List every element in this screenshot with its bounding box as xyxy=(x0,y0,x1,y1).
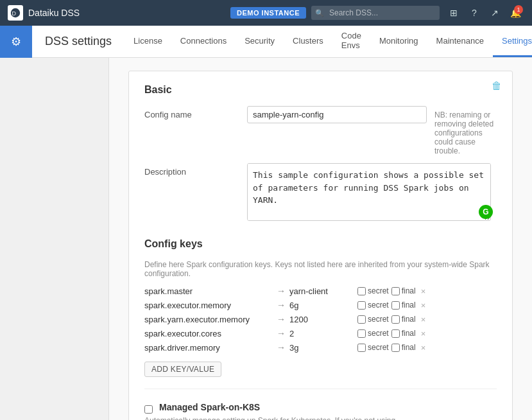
basic-section-title: Basic xyxy=(144,84,497,96)
key-checks-3: secret final × xyxy=(357,329,497,338)
sidebar xyxy=(0,58,109,420)
notifications-wrap: 🔔 1 xyxy=(506,4,524,22)
managed-spark-title: Managed Spark-on-K8S xyxy=(159,402,260,412)
app-name: Dataiku DSS xyxy=(28,8,80,18)
remove-row-4[interactable]: × xyxy=(421,343,426,353)
managed-spark-checkbox[interactable] xyxy=(144,405,153,414)
config-name-hint: NB: renaming or removing deleted configu… xyxy=(434,106,497,155)
secondbar: ⚙ DSS settings License Connections Secur… xyxy=(0,26,532,58)
page-title: DSS settings xyxy=(32,35,124,48)
app-logo: D Dataiku DSS xyxy=(8,5,225,21)
key-name-2: spark.yarn.executor.memory xyxy=(144,315,273,324)
nav-item-settings[interactable]: Settings xyxy=(493,26,532,57)
secret-label: secret xyxy=(368,301,389,310)
arrow-icon: → xyxy=(277,300,286,310)
nav-item-clusters[interactable]: Clusters xyxy=(284,26,332,57)
config-name-row: Config name NB: renaming or removing del… xyxy=(144,106,497,155)
final-checkbox-1[interactable] xyxy=(391,301,400,310)
demo-badge: DEMO INSTANCE xyxy=(230,7,306,19)
final-label: final xyxy=(402,315,416,324)
arrow-icon: → xyxy=(277,342,286,353)
config-name-control xyxy=(247,106,427,123)
remove-row-3[interactable]: × xyxy=(421,329,426,338)
topbar-icons: ⊞ ? ↗ 🔔 1 xyxy=(445,4,524,22)
add-key-value-button[interactable]: ADD KEY/VALUE xyxy=(144,362,221,377)
final-checkbox-2[interactable] xyxy=(391,315,400,324)
config-keys-hint: Define here Spark configuration keys. Ke… xyxy=(144,260,497,278)
secret-label: secret xyxy=(368,329,389,338)
nav-item-monitoring[interactable]: Monitoring xyxy=(370,26,427,57)
secret-checkbox-2[interactable] xyxy=(357,315,366,324)
config-keys-title: Config keys xyxy=(144,238,497,250)
remove-row-0[interactable]: × xyxy=(421,286,426,296)
search-wrap xyxy=(311,6,440,20)
final-checkbox-0[interactable] xyxy=(391,287,400,295)
arrow-icon: → xyxy=(277,314,286,324)
delete-button[interactable]: 🗑 xyxy=(492,80,502,92)
nav-item-code-envs[interactable]: Code Envs xyxy=(332,26,370,57)
managed-spark-content: Managed Spark-on-K8S xyxy=(159,402,260,415)
description-row: Description This sample configuration sh… xyxy=(144,163,497,223)
config-keys-section: Config keys Define here Spark configurat… xyxy=(144,238,497,377)
key-name-3: spark.executor.cores xyxy=(144,329,273,338)
remove-row-2[interactable]: × xyxy=(421,315,426,324)
secret-checkbox-1[interactable] xyxy=(357,301,366,310)
logo-icon: D xyxy=(8,5,23,21)
key-name-4: spark.driver.memory xyxy=(144,343,273,353)
secret-check-2: secret xyxy=(357,315,389,324)
secret-checkbox-0[interactable] xyxy=(357,287,366,295)
final-check-2: final xyxy=(391,315,416,324)
nav-item-license[interactable]: License xyxy=(124,26,171,57)
notification-count: 1 xyxy=(514,5,523,14)
grammarly-icon: G xyxy=(479,205,493,219)
main-nav: License Connections Security Clusters Co… xyxy=(124,26,532,57)
description-textarea[interactable]: This sample configuration shows a possib… xyxy=(247,163,491,221)
description-control: This sample configuration shows a possib… xyxy=(247,163,497,223)
key-value-2: 1200 xyxy=(289,315,354,324)
nav-item-maintenance[interactable]: Maintenance xyxy=(427,26,493,57)
table-row: spark.driver.memory → 3g secret final × xyxy=(144,342,497,353)
table-row: spark.executor.memory → 6g secret final … xyxy=(144,300,497,310)
final-checkbox-4[interactable] xyxy=(391,344,400,352)
final-label: final xyxy=(402,329,416,338)
remove-row-1[interactable]: × xyxy=(421,301,426,310)
help-icon[interactable]: ? xyxy=(465,4,483,22)
key-checks-4: secret final × xyxy=(357,343,497,353)
settings-gear-icon: ⚙ xyxy=(0,26,32,58)
nav-item-security[interactable]: Security xyxy=(236,26,284,57)
table-row: spark.executor.cores → 2 secret final × xyxy=(144,328,497,338)
svg-text:D: D xyxy=(12,10,17,17)
final-check-0: final xyxy=(391,286,416,295)
secret-checkbox-4[interactable] xyxy=(357,344,366,352)
search-input[interactable] xyxy=(311,6,440,20)
secret-label: secret xyxy=(368,343,389,352)
final-check-4: final xyxy=(391,343,416,352)
divider-1 xyxy=(144,389,497,389)
final-checkbox-3[interactable] xyxy=(391,329,400,338)
config-name-label: Config name xyxy=(144,106,247,119)
nav-item-connections[interactable]: Connections xyxy=(171,26,236,57)
secret-label: secret xyxy=(368,286,389,295)
key-value-1: 6g xyxy=(289,301,354,310)
final-check-3: final xyxy=(391,329,416,338)
arrow-icon: → xyxy=(277,328,286,338)
secret-check-1: secret xyxy=(357,301,389,310)
final-label: final xyxy=(402,286,416,295)
page-layout: 🗑 Basic Config name NB: renaming or remo… xyxy=(0,58,532,420)
secret-check-4: secret xyxy=(357,343,389,352)
arrow-icon: → xyxy=(277,286,286,296)
managed-spark-section: Managed Spark-on-K8S Automatically manag… xyxy=(144,402,497,420)
grid-icon[interactable]: ⊞ xyxy=(445,4,463,22)
final-check-1: final xyxy=(391,301,416,310)
key-checks-1: secret final × xyxy=(357,301,497,310)
managed-spark-row: Managed Spark-on-K8S xyxy=(144,402,497,415)
secret-label: secret xyxy=(368,315,389,324)
secret-checkbox-3[interactable] xyxy=(357,329,366,338)
key-value-3: 2 xyxy=(289,329,354,338)
config-name-input[interactable] xyxy=(247,106,427,123)
analytics-icon[interactable]: ↗ xyxy=(486,4,504,22)
final-label: final xyxy=(402,343,416,352)
secret-check-3: secret xyxy=(357,329,389,338)
key-checks-0: secret final × xyxy=(357,286,497,296)
key-checks-2: secret final × xyxy=(357,315,497,324)
